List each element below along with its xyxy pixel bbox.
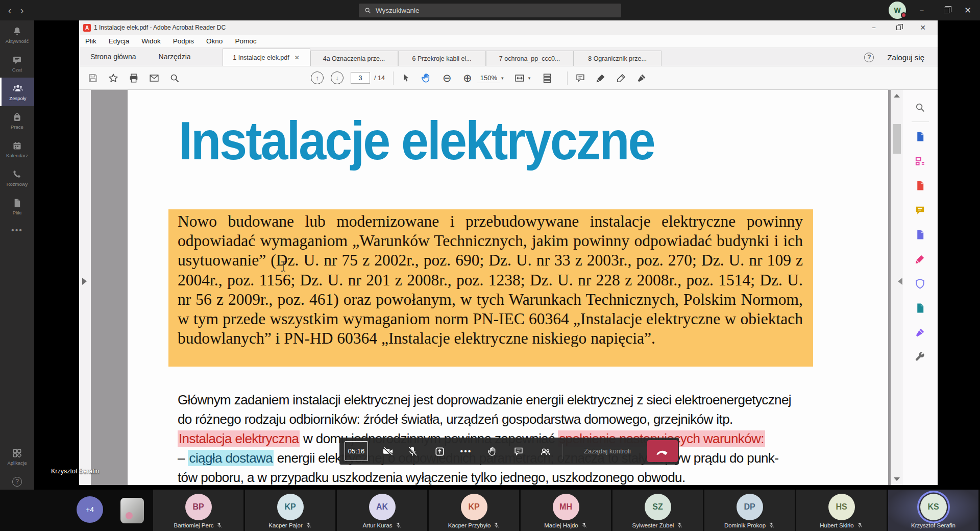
camera-off-button[interactable] [378,442,398,461]
doc-tab-oznaczenia[interactable]: 4a Oznaczenia prze... [310,51,398,66]
participant-tile[interactable]: KP Kacper Pajor [245,490,335,531]
acrobat-close-button[interactable]: ✕ [911,20,935,35]
participant-tile[interactable]: HS Hubert Skirło [796,490,887,531]
edit-pdf-tool-button[interactable] [910,151,930,171]
protect-tool-button[interactable] [910,273,930,294]
page-number-input[interactable]: 3 [351,72,370,84]
forward-icon[interactable]: › [15,0,29,20]
save-button[interactable] [86,71,100,85]
tab-home[interactable]: Strona główna [79,47,148,66]
participant-tile[interactable]: BP Bartłomiej Perc [153,490,243,531]
doc-tab-instalacje[interactable]: 1 Instalacje elek.pdf✕ [223,49,310,66]
more-actions-button[interactable]: ••• [456,442,476,461]
sidebar-item-activity[interactable]: Aktywność [0,20,34,49]
window-minimize-button[interactable]: − [910,0,934,20]
participant-video-thumbnail[interactable] [120,498,144,523]
acrobat-menu-bar: Plik Edycja Widok Podpis Okno Pomoc [79,35,938,48]
doc-tab-ogranicznik[interactable]: 8 Ogranicznik prze... [574,51,662,66]
search-input[interactable]: Wyszukiwanie [359,4,621,17]
menu-plik[interactable]: Plik [85,37,96,45]
sidebar-item-files[interactable]: Pliki [0,192,34,221]
next-page-button[interactable]: ↓ [331,71,344,84]
participants-button[interactable] [535,442,555,461]
acrobat-restore-button[interactable] [887,20,910,35]
bell-icon [12,26,22,37]
more-tools-tool-button[interactable] [910,347,930,367]
page-display-button[interactable] [541,71,554,85]
compress-pdf-tool-button[interactable] [910,298,930,318]
zoom-in-button[interactable]: ⊕ [461,71,474,85]
window-restore-button[interactable] [934,0,959,20]
scrollbar-thumb[interactable] [893,124,901,154]
tab-tools[interactable]: Narzędzia [148,47,202,66]
menu-pomoc[interactable]: Pomoc [235,37,256,45]
hand-tool-button[interactable] [420,71,433,85]
email-button[interactable] [148,71,161,85]
zoom-out-button[interactable]: ⊖ [440,71,454,85]
hang-up-button[interactable] [647,440,678,462]
fit-width-button[interactable] [513,71,526,85]
create-pdf-tool-button[interactable] [910,175,930,196]
fill-sign-tool-button[interactable] [635,71,648,85]
menu-widok[interactable]: Widok [141,37,161,45]
combine-files-tool-button[interactable] [910,224,930,245]
sidebar-item-teams[interactable]: Zespoły [0,78,34,106]
chat-button[interactable] [509,442,528,461]
share-button[interactable] [430,442,449,461]
menu-edycja[interactable]: Edycja [109,37,130,45]
favorites-star-button[interactable] [107,71,120,85]
find-button[interactable] [168,71,181,85]
request-control-button[interactable]: Zażądaj kontroli [572,438,643,465]
collapse-tools-panel-icon[interactable] [898,278,902,285]
comment-tool-button[interactable] [910,200,930,220]
scroll-up-icon[interactable] [894,94,900,98]
participant-tile[interactable]: DP Dominik Prokop [704,490,795,531]
back-icon[interactable]: ‹ [3,0,16,20]
participant-tile[interactable]: SZ Sylwester Zubel [612,490,703,531]
doc-tab-przekroje[interactable]: 6 Przekroje kabli el... [398,51,486,66]
sidebar-item-apps[interactable]: Aplikacje [0,442,34,471]
menu-podpis[interactable]: Podpis [173,37,194,45]
comment-tool-button[interactable] [574,71,587,85]
select-tool-button[interactable] [400,71,413,85]
zoom-caret-icon[interactable]: ▾ [501,76,504,81]
doc-tab-ochrona[interactable]: 7 ochrona_pp_ccc0... [486,51,574,66]
mic-off-icon [216,522,223,528]
participant-tile[interactable]: KS Krzysztof Serafin [888,490,978,531]
print-button[interactable] [127,71,140,85]
marquee-zoom-tool-button[interactable] [910,97,930,117]
certificates-tool-button[interactable] [910,322,930,343]
sign-in-button[interactable]: Zaloguj się [887,53,924,62]
menu-okno[interactable]: Okno [206,37,223,45]
fill-and-sign-tool-button[interactable] [910,249,930,269]
sign-tool-button[interactable] [615,71,628,85]
participant-name: Dominik Prokop [724,522,766,528]
export-pdf-tool-button[interactable] [910,126,930,147]
participant-tile[interactable]: KP Kacper Przybyło [429,490,519,531]
presenter-label: Krzysztof Serafin [51,468,99,475]
participant-tile[interactable]: MH Maciej Hajdo [521,490,611,531]
mic-off-icon [768,522,775,528]
acrobat-help-icon[interactable]: ? [864,53,874,62]
fit-caret-icon[interactable]: ▾ [528,76,531,81]
scroll-down-icon[interactable] [894,477,900,481]
previous-page-button[interactable]: ↑ [311,71,324,84]
close-tab-icon[interactable]: ✕ [295,54,300,61]
sidebar-item-calendar[interactable]: Kalendarz [0,135,34,163]
participant-tile[interactable]: AK Artur Kuras [337,490,427,531]
sidebar-item-calls[interactable]: Rozmowy [0,163,34,192]
vertical-scrollbar[interactable] [891,90,902,485]
mic-off-icon [676,522,683,528]
sidebar-item-chat[interactable]: Czat [0,49,34,78]
raise-hand-icon [487,446,498,457]
sidebar-item-assignments[interactable]: Prace [0,106,34,135]
highlight-tool-button[interactable] [594,71,607,85]
zoom-level-value[interactable]: 150% [477,73,500,83]
raise-hand-button[interactable] [483,442,502,461]
acrobat-minimize-button[interactable]: − [862,20,886,35]
overflow-participants-badge[interactable]: +4 [77,496,103,523]
sidebar-more-icon[interactable]: ••• [0,226,34,235]
mic-off-button[interactable] [403,442,422,461]
expand-left-pane-icon[interactable] [82,278,87,285]
window-close-button[interactable]: ✕ [955,0,980,20]
